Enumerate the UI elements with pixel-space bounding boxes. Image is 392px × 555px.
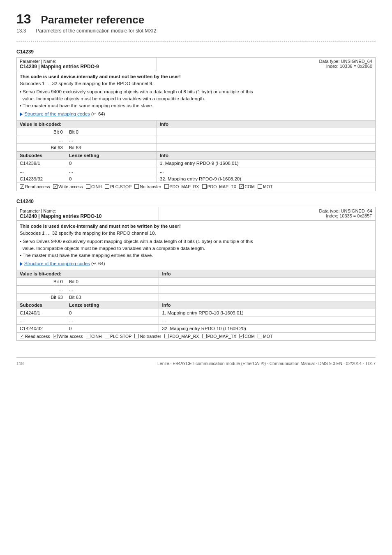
checkbox2-pdo-map-rx — [164, 334, 169, 338]
subcode1-info-2: 1. Mapping entry RPDO-10 (I-1609.01) — [159, 309, 376, 317]
bit-coded-header-row-2: Value is bit-coded: Info — [17, 270, 376, 278]
subcode32-id-2: C14240/32 — [17, 324, 66, 332]
subcodes-label-2: Subcodes — [17, 301, 66, 309]
description-row-2: This code is used device-internally and … — [17, 221, 376, 270]
param-name-cell: Parameter | Name: C14239 | Mapping entri… — [17, 58, 157, 71]
subcodes-header-row: Subcodes Lenze setting Info — [17, 151, 376, 159]
ellipsis-value: ... — [66, 136, 157, 143]
checkbox-pdo-map-tx — [202, 184, 207, 189]
param-label-2: Parameter | Name: — [20, 208, 156, 213]
param-name: C14239 | Mapping entries RPDO-9 — [20, 64, 154, 69]
check-com: COM — [239, 184, 255, 189]
checkbox-com — [239, 184, 244, 189]
checkbox2-pdo-map-tx — [202, 334, 207, 338]
description-text: This code is used device-internally and … — [20, 73, 372, 118]
lenze-setting-label: Lenze setting — [66, 151, 157, 159]
subcode-ellipsis-row-2: ... ... ... — [17, 317, 376, 324]
check2-cinh: CINH — [86, 334, 102, 339]
structure-link[interactable]: Structure of the mapping codes — [24, 111, 90, 116]
bit0-label-2: Bit 0 — [17, 278, 66, 285]
bit0-label: Bit 0 — [17, 128, 66, 136]
check2-pdo-map-tx: PDO_MAP_TX — [202, 334, 237, 339]
bit0-value: Bit 0 — [66, 128, 157, 136]
checkbox-write-access — [53, 184, 58, 189]
check2-plc-stop: PLC-STOP — [105, 334, 131, 339]
ellipsis-label: ... — [17, 136, 66, 143]
footer-checks-c14239: Read access Write access CINH PLC-STOP N… — [17, 183, 376, 191]
subcode1-value-2: 0 — [66, 309, 159, 317]
subcode1-row: C14239/1 0 1. Mapping entry RPDO-9 (I-16… — [17, 159, 376, 167]
subcode1-row-2: C14240/1 0 1. Mapping entry RPDO-10 (I-1… — [17, 309, 376, 317]
param-label: Parameter | Name: — [20, 59, 154, 64]
subcode32-id: C14239/32 — [17, 175, 66, 183]
subcode1-id: C14239/1 — [17, 159, 66, 167]
subcode-ellipsis-id: ... — [17, 167, 66, 175]
check2-mot: MOT — [258, 334, 272, 339]
subcode-ellipsis-value: ... — [66, 167, 157, 175]
footer-row-c14239: Read access Write access CINH PLC-STOP N… — [17, 183, 376, 191]
subchapter-title: Parameters of the communication module f… — [36, 28, 156, 34]
bit63-info — [157, 143, 375, 151]
section-c14239-id: C14239 — [16, 49, 376, 55]
check-read-access: Read access — [20, 184, 50, 189]
structure-suffix-2: (↵ 64) — [90, 261, 105, 266]
check2-read-access: Read access — [20, 334, 50, 339]
param-header-row-2: Parameter | Name: C14240 | Mapping entri… — [17, 207, 376, 221]
page-number: 118 — [16, 361, 24, 366]
ellipsis-info-2 — [159, 285, 376, 293]
desc2-line-2: • Servo Drives 9400 exclusively support … — [20, 238, 372, 252]
checkbox-mot — [258, 184, 262, 189]
check-plc-stop: PLC-STOP — [105, 184, 131, 189]
lenze-setting-label-2: Lenze setting — [66, 301, 159, 309]
checkbox2-read-access — [20, 334, 24, 338]
bit-coded-label: Value is bit-coded: — [17, 120, 157, 128]
bit-coded-info-2: Info — [159, 270, 376, 278]
param-name-2: C14240 | Mapping entries RPDO-10 — [20, 213, 156, 219]
subcode1-info: 1. Mapping entry RPDO-9 (I-1608.01) — [157, 159, 375, 167]
structure-suffix: (↵ 64) — [90, 111, 105, 116]
check2-pdo-map-rx: PDO_MAP_RX — [164, 334, 199, 339]
subcode32-row: C14239/32 0 32. Mapping entry RPDO-9 (I-… — [17, 175, 376, 183]
description-text-2: This code is used device-internally and … — [20, 223, 372, 268]
bit0-info — [157, 128, 375, 136]
param-header-row: Parameter | Name: C14239 | Mapping entri… — [17, 58, 376, 71]
check2-com: COM — [239, 334, 255, 339]
footer-text: Lenze · E94AYCET communication module (E… — [157, 361, 376, 366]
check-pdo-map-tx: PDO_MAP_TX — [202, 184, 237, 189]
subcode-ellipsis-row: ... ... ... — [17, 167, 376, 175]
bit63-value: Bit 63 — [66, 143, 157, 151]
section-c14240-id: C14240 — [16, 199, 376, 204]
param-table-c14240: Parameter | Name: C14240 | Mapping entri… — [16, 207, 376, 341]
bit-ellipsis-row-2: ... ... — [17, 285, 376, 293]
subcode32-info: 32. Mapping entry RPDO-9 (I-1608.20) — [157, 175, 375, 183]
desc2-line-1: Subcodes 1 … 32 specify the mapping for … — [20, 230, 372, 237]
check2-no-transfer: No transfer — [134, 334, 161, 339]
check-no-transfer: No transfer — [134, 184, 161, 189]
subcode-ellipsis-value-2: ... — [66, 317, 159, 324]
ellipsis-label-2: ... — [17, 285, 66, 293]
checkbox-read-access — [20, 184, 24, 189]
bit63-row: Bit 63 Bit 63 — [17, 143, 376, 151]
info-label: Info — [157, 151, 375, 159]
desc2-line-3: • The master must have the same mapping … — [20, 252, 372, 259]
checkbox2-plc-stop — [105, 334, 109, 338]
check-mot: MOT — [258, 184, 272, 189]
bit0-value-2: Bit 0 — [66, 278, 159, 285]
desc-line-2: • Servo Drives 9400 exclusively support … — [20, 88, 372, 103]
checkbox2-mot — [258, 334, 262, 338]
page-footer: 118 Lenze · E94AYCET communication modul… — [16, 357, 376, 366]
description-bold: This code is used device-internally and … — [20, 73, 372, 80]
checkbox-cinh — [86, 184, 90, 189]
subcode32-value: 0 — [66, 175, 157, 183]
structure-link-2[interactable]: Structure of the mapping codes — [24, 261, 90, 266]
bit0-row-2: Bit 0 Bit 0 — [17, 278, 376, 285]
bit0-row: Bit 0 Bit 0 — [17, 128, 376, 136]
description-bold-2: This code is used device-internally and … — [20, 223, 372, 230]
bit-coded-header-row: Value is bit-coded: Info — [17, 120, 376, 128]
param-datatype-2: Data type: UNSIGNED_64 Index: 10335 = 0x… — [159, 207, 376, 221]
info-label-2: Info — [159, 301, 376, 309]
page-header: 13 Parameter reference 13.3 Parameters o… — [16, 12, 376, 34]
desc-line-3: • The master must have the same mapping … — [20, 102, 372, 109]
bit0-info-2 — [159, 278, 376, 285]
bit-coded-info: Info — [157, 120, 375, 128]
